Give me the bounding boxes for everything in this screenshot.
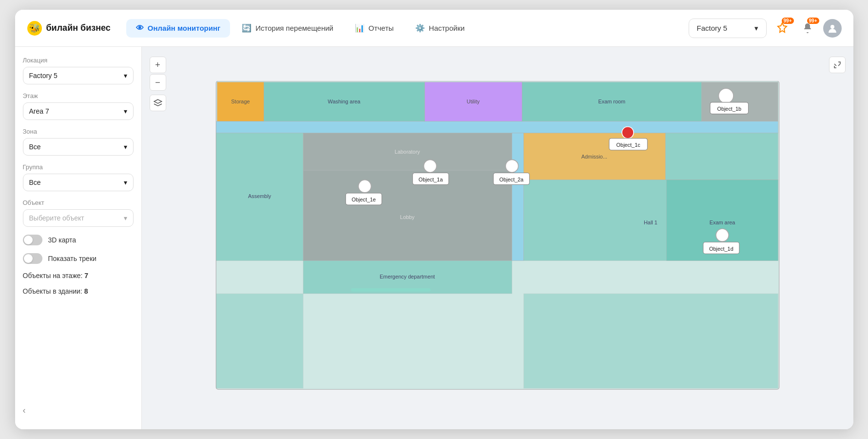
object-chevron-icon: ▾ — [124, 214, 127, 222]
svg-text:Object_1c: Object_1c — [616, 142, 640, 148]
svg-text:Laboratory: Laboratory — [394, 149, 420, 155]
svg-text:🐝: 🐝 — [29, 23, 40, 34]
tracks-label: Показать треки — [48, 255, 96, 262]
svg-text:Exam area: Exam area — [709, 220, 735, 225]
nav-item-reports[interactable]: 📊 Отчеты — [345, 19, 404, 38]
floor-objects-label: Объекты на этаже: — [23, 272, 83, 279]
layers-button[interactable] — [150, 95, 166, 111]
svg-text:Object_1e: Object_1e — [351, 197, 376, 202]
floor-plan: Storage Washing area Utility Exam room — [171, 81, 824, 400]
object-label: Объект — [23, 199, 134, 206]
location-chevron-icon: ▾ — [124, 72, 127, 80]
map3d-label: 3D карта — [48, 236, 77, 244]
svg-text:Object_1d: Object_1d — [709, 246, 733, 252]
collapse-icon: ‹ — [23, 405, 26, 416]
svg-point-33 — [718, 88, 733, 103]
group-select[interactable]: Все ▾ — [23, 174, 134, 191]
location-label: Локация — [23, 57, 134, 64]
svg-text:Storage: Storage — [231, 99, 250, 104]
zoom-out-button[interactable]: − — [150, 74, 166, 91]
nav-item-settings[interactable]: ⚙️ Настройки — [405, 19, 475, 38]
location-value: Factory 5 — [29, 72, 58, 80]
svg-text:Washing area: Washing area — [328, 99, 361, 104]
group-value: Все — [29, 179, 41, 186]
reports-icon: 📊 — [355, 23, 365, 33]
floor-chevron-icon: ▾ — [124, 107, 127, 115]
zone-label: Зона — [23, 128, 134, 135]
app-window: 🐝 билайн бизнес 👁 Онлайн мониторинг 🔄 Ис… — [15, 10, 853, 429]
header-location-selector[interactable]: Factory 5 ▾ — [689, 19, 767, 38]
map3d-toggle-row: 3D карта — [23, 235, 134, 245]
svg-text:Object_1a: Object_1a — [418, 177, 443, 182]
nav-label-settings: Настройки — [429, 24, 465, 32]
svg-text:Object_1b: Object_1b — [717, 106, 741, 112]
building-objects-count: 8 — [84, 287, 88, 295]
svg-rect-30 — [351, 288, 430, 292]
history-icon: 🔄 — [242, 23, 251, 33]
svg-rect-32 — [523, 294, 778, 388]
floor-value: Area 7 — [29, 107, 49, 115]
tracks-toggle[interactable] — [23, 253, 42, 264]
map-controls: + − — [150, 57, 166, 111]
settings-icon: ⚙️ — [415, 23, 425, 33]
floor-label: Этаж — [23, 92, 134, 100]
avatar-icon — [827, 23, 838, 34]
svg-rect-31 — [216, 294, 303, 388]
map3d-toggle[interactable] — [23, 235, 42, 245]
floor-objects-stat: Объекты на этаже: 7 — [23, 272, 134, 279]
svg-text:Object_2a: Object_2a — [499, 177, 524, 182]
header-right: Factory 5 ▾ 99+ 99+ — [689, 19, 842, 38]
zone-value: Все — [29, 143, 41, 151]
alert-badge: 99+ — [782, 18, 794, 24]
logo-icon: 🐝 — [27, 20, 42, 36]
logo-text: билайн бизнес — [46, 23, 111, 33]
map-area: + − — [142, 47, 853, 429]
monitoring-icon: 👁 — [136, 24, 144, 33]
nav-label-history: История перемещений — [255, 24, 333, 32]
header-location-label: Factory 5 — [697, 24, 728, 32]
zone-select[interactable]: Все ▾ — [23, 138, 134, 156]
tracks-toggle-row: Показать треки — [23, 253, 134, 264]
svg-rect-23 — [665, 133, 778, 180]
svg-point-36 — [622, 127, 634, 139]
location-field: Локация Factory 5 ▾ — [23, 57, 134, 84]
nav-item-history[interactable]: 🔄 История перемещений — [232, 19, 343, 38]
svg-text:Emergency department: Emergency department — [380, 274, 435, 279]
group-field: Группа Все ▾ — [23, 163, 134, 191]
bell-icon — [802, 22, 813, 34]
nav-label-reports: Отчеты — [368, 24, 394, 32]
expand-icon — [833, 61, 841, 69]
floor-field: Этаж Area 7 ▾ — [23, 92, 134, 120]
svg-text:Exam room: Exam room — [598, 99, 625, 104]
sidebar: Локация Factory 5 ▾ Этаж Area 7 ▾ Зона В… — [15, 47, 142, 429]
svg-text:Lobby: Lobby — [400, 214, 414, 220]
svg-rect-12 — [701, 82, 778, 121]
location-select[interactable]: Factory 5 ▾ — [23, 67, 134, 84]
header-chevron-icon: ▾ — [754, 24, 758, 33]
logo: 🐝 билайн бизнес — [27, 20, 111, 36]
avatar[interactable] — [823, 19, 842, 38]
nav-item-online[interactable]: 👁 Онлайн мониторинг — [126, 19, 230, 38]
building-objects-stat: Объекты в здании: 8 — [23, 287, 134, 295]
group-chevron-icon: ▾ — [124, 179, 127, 186]
svg-rect-13 — [216, 121, 778, 133]
notification-button[interactable]: 99+ — [798, 19, 817, 38]
building-objects-label: Объекты в здании: — [23, 287, 82, 295]
zone-field: Зона Все ▾ — [23, 128, 134, 156]
sidebar-collapse-button[interactable]: ‹ — [23, 401, 134, 419]
object-select[interactable]: Выберите объект ▾ — [23, 209, 134, 227]
group-label: Группа — [23, 163, 134, 171]
alert-button[interactable]: 99+ — [772, 19, 792, 38]
zone-chevron-icon: ▾ — [124, 143, 127, 151]
svg-text:Admissio...: Admissio... — [581, 154, 607, 160]
svg-point-48 — [715, 229, 728, 241]
svg-text:Hall 1: Hall 1 — [643, 220, 657, 225]
expand-button[interactable] — [829, 57, 846, 73]
floor-objects-count: 7 — [84, 272, 88, 279]
notification-badge: 99+ — [807, 18, 819, 24]
object-field: Объект Выберите объект ▾ — [23, 199, 134, 227]
svg-point-42 — [505, 160, 518, 172]
floor-select[interactable]: Area 7 ▾ — [23, 102, 134, 120]
layers-icon — [154, 99, 162, 107]
zoom-in-button[interactable]: + — [150, 57, 166, 73]
